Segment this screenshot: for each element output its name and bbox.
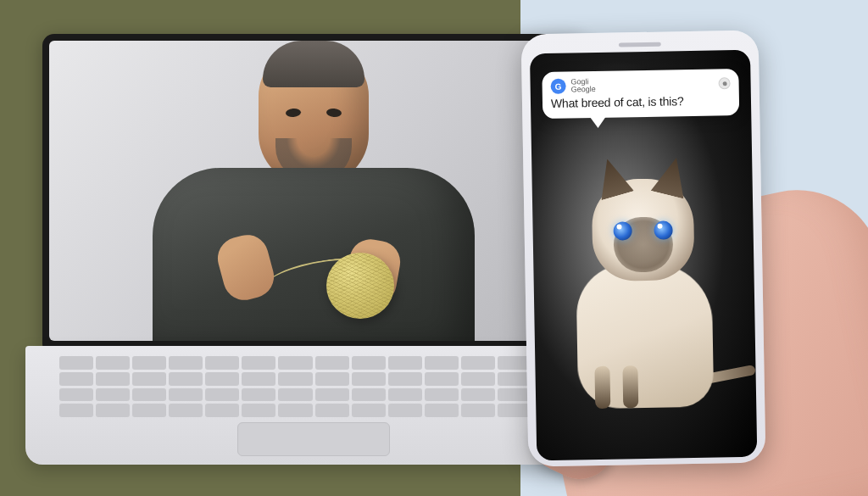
cat-ear-right bbox=[651, 153, 693, 198]
laptop-base bbox=[25, 346, 602, 465]
phone-speaker bbox=[619, 42, 661, 47]
siamese-cat-illustration bbox=[566, 177, 740, 409]
phone-screen[interactable]: G GogliGeogle What breed of cat, is this… bbox=[530, 50, 757, 460]
cat-eyes bbox=[592, 220, 693, 241]
assistant-query-text: What breed of cat, is this? bbox=[551, 93, 731, 110]
man-hair bbox=[263, 41, 364, 87]
cat-ear-left bbox=[591, 154, 634, 200]
laptop-device bbox=[25, 34, 602, 466]
voice-assistant-card[interactable]: G GogliGeogle What breed of cat, is this… bbox=[542, 69, 739, 119]
man-head bbox=[259, 49, 369, 185]
cat-front-legs bbox=[594, 365, 638, 409]
man-eyes bbox=[259, 109, 369, 117]
man-with-yarn-illustration bbox=[144, 49, 483, 341]
assistant-brand-label: GogliGeogle bbox=[570, 78, 595, 94]
smartphone-device: G GogliGeogle What breed of cat, is this… bbox=[521, 31, 766, 467]
man-sweater-body bbox=[153, 168, 475, 341]
laptop-screen[interactable] bbox=[49, 41, 578, 341]
laptop-bezel bbox=[42, 34, 585, 348]
assistant-card-header: G GogliGeogle bbox=[550, 75, 730, 94]
mic-icon bbox=[722, 81, 726, 86]
laptop-keyboard[interactable] bbox=[59, 356, 568, 417]
laptop-trackpad[interactable] bbox=[237, 422, 390, 456]
yarn-ball bbox=[326, 253, 394, 319]
assistant-logo-icon: G bbox=[550, 79, 565, 94]
cat-head bbox=[592, 178, 695, 281]
microphone-button[interactable] bbox=[718, 77, 730, 89]
